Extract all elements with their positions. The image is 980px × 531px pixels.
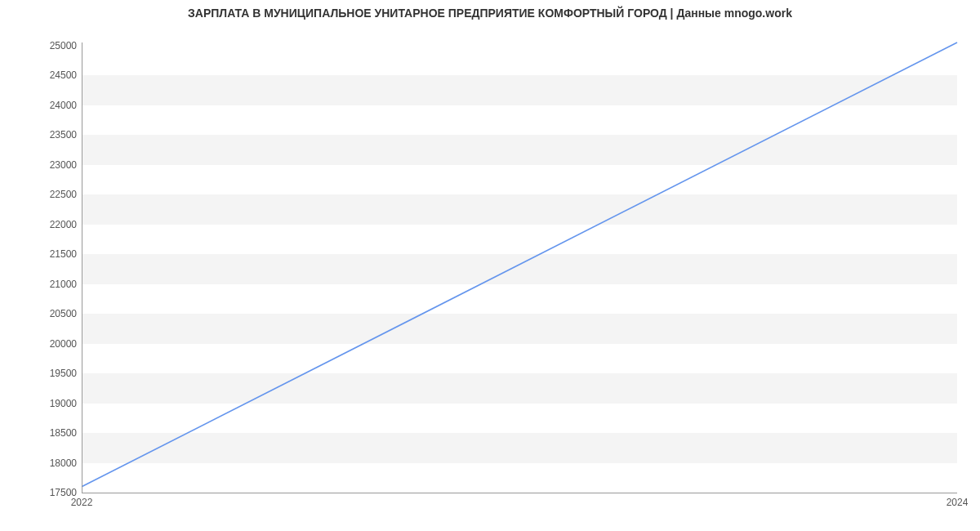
chart-title: ЗАРПЛАТА В МУНИЦИПАЛЬНОЕ УНИТАРНОЕ ПРЕДП… [0,7,980,20]
y-tick-label: 20000 [3,338,77,350]
x-tick-label: 2022 [71,497,93,508]
y-tick-label: 20500 [3,308,77,319]
line-layer [82,42,957,493]
y-tick-label: 18000 [3,457,77,469]
x-axis-line [82,493,957,493]
y-tick-label: 22000 [3,219,77,230]
series-line [82,42,957,487]
y-tick-label: 21500 [3,248,77,260]
salary-line-chart: ЗАРПЛАТА В МУНИЦИПАЛЬНОЕ УНИТАРНОЕ ПРЕДП… [0,0,980,531]
y-tick-label: 22500 [3,189,77,200]
y-tick-label: 23000 [3,159,77,171]
y-tick-label: 17500 [3,487,77,498]
y-axis-line [82,42,82,493]
y-tick-label: 18500 [3,427,77,439]
y-tick-label: 23500 [3,129,77,141]
y-tick-label: 25000 [3,40,77,51]
y-tick-label: 21000 [3,279,77,290]
y-tick-label: 24000 [3,100,77,111]
x-tick-label: 2024 [947,497,969,508]
y-tick-label: 19500 [3,368,77,379]
plot-area [82,42,957,493]
y-tick-label: 24500 [3,69,77,81]
y-tick-label: 19000 [3,398,77,409]
